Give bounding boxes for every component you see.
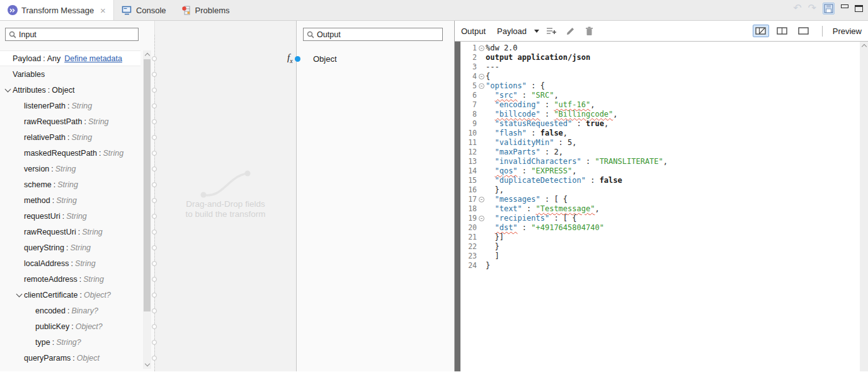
code-line-4[interactable]: 4{ (462, 72, 859, 81)
view-mode-single-button[interactable] (796, 25, 812, 37)
input-anchor-dot[interactable] (152, 56, 157, 61)
save-button[interactable] (823, 3, 835, 15)
tree-item-Variables[interactable]: Variables (0, 66, 140, 82)
chevron-down-icon[interactable] (4, 86, 11, 92)
input-scrollbar[interactable] (143, 50, 151, 369)
delete-button[interactable] (582, 25, 596, 37)
input-anchor-dot[interactable] (152, 308, 157, 313)
chevron-down-icon[interactable] (534, 30, 539, 33)
tree-item-remoteAddress[interactable]: remoteAddress:String (0, 271, 140, 287)
scroll-down-icon[interactable] (143, 361, 151, 369)
input-anchor-dot[interactable] (152, 261, 157, 266)
view-mode-split-button[interactable] (753, 25, 769, 37)
view-mode-columns-button[interactable] (774, 25, 791, 37)
code-editor[interactable]: 1%dw 2.02output application/json3---4{5"… (455, 42, 868, 371)
back-arrow-icon[interactable]: ↶ (793, 3, 801, 13)
tab-problems[interactable]: Problems (174, 0, 237, 20)
fold-collapse-icon[interactable] (479, 74, 484, 79)
input-search-field[interactable] (19, 30, 135, 39)
code-line-24[interactable]: 24} (462, 261, 859, 270)
input-anchor-dot[interactable] (152, 151, 157, 156)
input-anchor-dot[interactable] (152, 324, 157, 329)
code-line-15[interactable]: 15 "duplicateDetection" : false (462, 176, 859, 185)
code-line-1[interactable]: 1%dw 2.0 (462, 44, 859, 53)
input-anchor-dot[interactable] (152, 182, 157, 187)
output-anchor-dot[interactable] (295, 56, 300, 62)
code-line-5[interactable]: 5"options" : { (462, 81, 859, 91)
mapping-canvas[interactable]: Drag-and-Drop fields to build the transf… (155, 21, 296, 371)
tree-item-rawRequestPath[interactable]: rawRequestPath:String (0, 113, 140, 129)
code-line-6[interactable]: 6 "src" : "SRC", (462, 91, 859, 100)
add-output-button[interactable] (544, 25, 558, 37)
code-line-18[interactable]: 18 "text" : "Testmessage", (462, 204, 859, 214)
tree-item-publicKey[interactable]: publicKey:Object? (0, 318, 140, 334)
tree-item-Payload[interactable]: Payload:AnyDefine metadata (0, 50, 140, 66)
tree-item-queryString[interactable]: queryString:String (0, 240, 140, 255)
tree-item-relativePath[interactable]: relativePath:String (0, 129, 140, 145)
tree-item-listenerPath[interactable]: listenerPath:String (0, 98, 140, 113)
output-root-node[interactable]: fx Object (297, 51, 454, 67)
input-anchor-dot[interactable] (152, 103, 157, 108)
fold-collapse-icon[interactable] (479, 45, 484, 51)
tab-transform-message[interactable]: Transform Message × (0, 0, 114, 20)
scrollbar-thumb[interactable] (144, 59, 151, 311)
tree-item-method[interactable]: method:String (0, 192, 140, 208)
minimize-icon[interactable] (841, 4, 848, 8)
editor-scrollbar[interactable] (860, 42, 868, 371)
code-line-3[interactable]: 3--- (462, 62, 859, 72)
fold-collapse-icon[interactable] (479, 216, 484, 221)
edit-button[interactable] (563, 25, 577, 37)
code-line-8[interactable]: 8 "billcode" : "Billingcode", (462, 110, 859, 119)
code-line-14[interactable]: 14 "qos" : "EXPRESS", (462, 166, 859, 176)
input-anchor-dot[interactable] (152, 277, 157, 282)
tree-item-queryParams[interactable]: queryParams:Object (0, 350, 140, 366)
code-line-7[interactable]: 7 "encoding" : "utf-16", (462, 100, 859, 110)
input-anchor-dot[interactable] (152, 245, 157, 250)
code-line-9[interactable]: 9 "statusRequested" : true, (462, 119, 859, 129)
tree-item-version[interactable]: version:String (0, 161, 140, 177)
input-anchor-dot[interactable] (152, 88, 157, 93)
scroll-up-icon[interactable] (860, 42, 868, 50)
input-search-box[interactable] (5, 28, 139, 41)
chevron-down-icon[interactable] (16, 291, 22, 297)
tree-item-clientCertificate[interactable]: clientCertificate:Object? (0, 287, 140, 303)
code-line-23[interactable]: 23 ] (462, 252, 859, 261)
preview-toggle[interactable]: Preview (833, 26, 862, 36)
code-line-21[interactable]: 21 }] (462, 233, 859, 242)
payload-dropdown[interactable]: Payload (497, 26, 527, 36)
tree-item-rawRequestUri[interactable]: rawRequestUri:String (0, 224, 140, 240)
input-anchor-dot[interactable] (152, 356, 157, 361)
code-line-11[interactable]: 11 "validityMin" : 5, (462, 138, 859, 148)
maximize-icon[interactable] (855, 5, 863, 12)
input-anchor-dot[interactable] (152, 214, 157, 219)
forward-arrow-icon[interactable]: ↷ (808, 3, 816, 13)
code-line-2[interactable]: 2output application/json (462, 53, 859, 62)
tree-item-scheme[interactable]: scheme:String (0, 177, 140, 192)
code-line-10[interactable]: 10 "flash" : false, (462, 129, 859, 138)
output-search-field[interactable] (317, 30, 439, 39)
input-anchor-dot[interactable] (152, 198, 157, 203)
code-line-17[interactable]: 17 "messages" : [ { (462, 195, 859, 204)
code-line-19[interactable]: 19 "recipients" : [ { (462, 214, 859, 223)
input-anchor-dot[interactable] (152, 119, 157, 124)
scroll-up-icon[interactable] (143, 50, 151, 59)
input-anchor-dot[interactable] (152, 72, 157, 77)
code-line-16[interactable]: 16 }, (462, 185, 859, 195)
tree-item-encoded[interactable]: encoded:Binary? (0, 303, 140, 318)
code-line-12[interactable]: 12 "maxParts" : 2, (462, 148, 859, 157)
define-metadata-link[interactable]: Define metadata (64, 54, 122, 63)
tree-item-requestUri[interactable]: requestUri:String (0, 208, 140, 224)
fold-collapse-icon[interactable] (479, 83, 484, 89)
code-line-22[interactable]: 22 } (462, 242, 859, 252)
input-anchor-dot[interactable] (152, 230, 157, 235)
tab-console[interactable]: Console (114, 0, 174, 20)
input-anchor-dot[interactable] (152, 340, 157, 345)
input-anchor-dot[interactable] (152, 166, 157, 171)
tree-item-type[interactable]: type:String? (0, 334, 140, 350)
input-anchor-dot[interactable] (152, 135, 157, 140)
code-line-13[interactable]: 13 "invalidCharacters" : "TRANSLITERATE"… (462, 157, 859, 166)
fold-collapse-icon[interactable] (479, 197, 484, 202)
tree-item-maskedRequestPath[interactable]: maskedRequestPath:String (0, 145, 140, 161)
tree-item-Attributes[interactable]: Attributes:Object (0, 82, 140, 98)
output-search-box[interactable] (303, 28, 443, 41)
